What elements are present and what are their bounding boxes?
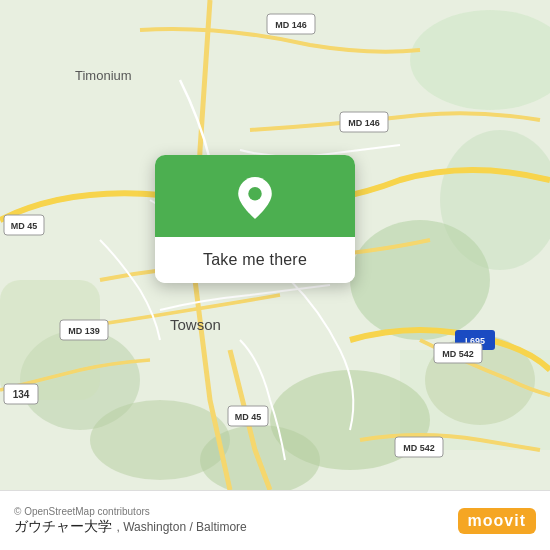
- svg-text:MD 542: MD 542: [442, 349, 474, 359]
- svg-text:MD 542: MD 542: [403, 443, 435, 453]
- moovit-label: moovit: [468, 512, 526, 530]
- svg-text:134: 134: [13, 389, 30, 400]
- location-pin-icon: [234, 177, 276, 219]
- svg-text:MD 45: MD 45: [11, 221, 38, 231]
- svg-text:MD 146: MD 146: [275, 20, 307, 30]
- moovit-logo: moovit: [458, 508, 536, 534]
- location-info: ガウチャー大学 , Washington / Baltimore: [14, 517, 247, 536]
- svg-text:MD 45: MD 45: [235, 412, 262, 422]
- bottom-info: © OpenStreetMap contributors ガウチャー大学 , W…: [14, 506, 247, 536]
- attribution-text: © OpenStreetMap contributors: [14, 506, 247, 517]
- popup-card: Take me there: [155, 155, 355, 283]
- map: MD 146 MD 146 MD 45 I 695 MD 140 MD 139 …: [0, 0, 550, 490]
- svg-text:Towson: Towson: [170, 316, 221, 333]
- svg-point-4: [350, 220, 490, 340]
- svg-text:MD 139: MD 139: [68, 326, 100, 336]
- take-me-there-button[interactable]: Take me there: [155, 237, 355, 283]
- svg-text:Timonium: Timonium: [75, 68, 132, 83]
- location-subtitle: , Washington / Baltimore: [116, 520, 246, 534]
- bottom-bar: © OpenStreetMap contributors ガウチャー大学 , W…: [0, 490, 550, 550]
- location-title: ガウチャー大学: [14, 518, 112, 534]
- svg-text:MD 146: MD 146: [348, 118, 380, 128]
- popup-green-bg: [155, 155, 355, 237]
- svg-point-35: [248, 187, 261, 200]
